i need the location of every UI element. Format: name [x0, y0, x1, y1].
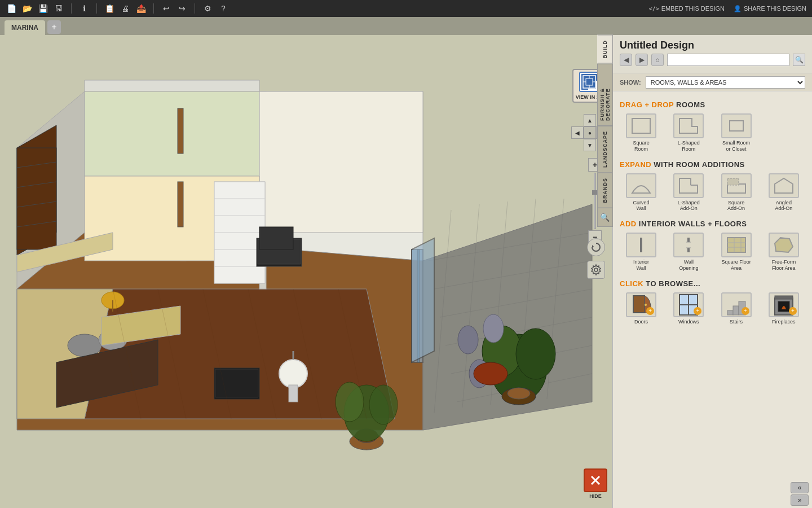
browse-grid: + Doors + — [620, 292, 805, 325]
drag-drop-rooms-grid: SquareRoom L-ShapedRoom — [620, 113, 805, 152]
vtab-search[interactable]: 🔍 — [597, 208, 613, 227]
toolbar: 📄 📂 💾 🖫 ℹ 📋 🖨 📤 ↩ ↪ ⚙ ? </> EMBED THIS D… — [0, 0, 812, 17]
curved-wall-item[interactable]: CurvedWall — [620, 173, 663, 212]
svg-rect-88 — [632, 119, 650, 133]
export-icon[interactable]: 📤 — [135, 3, 147, 14]
curved-wall-label: CurvedWall — [633, 200, 650, 212]
wall-opening-item[interactable]: WallOpening — [667, 233, 710, 271]
svg-point-103 — [645, 304, 647, 306]
vtab-landscape[interactable]: LANDSCAPE — [597, 126, 613, 173]
main-area: VIEW IN 2D ▲ ◀ ● ▶ ▼ + − — [0, 35, 812, 508]
square-room-item[interactable]: SquareRoom — [620, 113, 663, 152]
sidebar-title: Untitled Design — [620, 40, 805, 51]
undo-icon[interactable]: ↩ — [161, 3, 172, 14]
tab-marina[interactable]: MARINA — [5, 20, 45, 35]
small-room-item[interactable]: Small Roomor Closet — [715, 113, 758, 152]
show-dropdown[interactable]: ROOMS, WALLS & AREAS — [646, 76, 805, 89]
stairs-browse-item[interactable]: + Stairs — [715, 292, 758, 325]
svg-point-67 — [474, 362, 508, 385]
stairs-icon: + — [721, 292, 752, 317]
room-additions-grid: CurvedWall L-ShapedAdd-On — [620, 173, 805, 212]
nav-left-button[interactable]: ◀ — [571, 126, 584, 139]
wall-opening-label: WallOpening — [679, 259, 698, 271]
freeform-floor-icon — [769, 233, 799, 257]
svg-point-64 — [458, 326, 478, 354]
svg-marker-26 — [412, 238, 434, 362]
l-shaped-room-item[interactable]: L-ShapedRoom — [667, 113, 710, 152]
vtab-build[interactable]: BUILD — [597, 35, 613, 64]
embed-button[interactable]: </> EMBED THIS DESIGN — [649, 5, 725, 12]
svg-point-61 — [516, 329, 555, 379]
l-shaped-room-label: L-ShapedRoom — [678, 140, 700, 152]
freeform-floor-label: Free-FormFloor Area — [772, 259, 796, 271]
square-addon-item[interactable]: SquareAdd-On — [715, 173, 758, 212]
nav-center-button[interactable]: ● — [584, 126, 596, 139]
curved-wall-icon — [626, 173, 656, 198]
square-addon-icon — [721, 173, 752, 198]
collapse-down-button[interactable]: » — [791, 494, 809, 506]
svg-rect-108 — [733, 306, 739, 315]
freeform-floor-item[interactable]: Free-FormFloor Area — [762, 233, 805, 271]
nav-home-button[interactable]: ⌂ — [651, 54, 664, 66]
canvas[interactable]: VIEW IN 2D ▲ ◀ ● ▶ ▼ + − — [0, 35, 612, 508]
show-row: SHOW: ROOMS, WALLS & AREAS — [613, 73, 812, 91]
sidebar-header: Untitled Design ◀ ▶ ⌂ 🔍 — [613, 35, 812, 73]
svg-rect-36 — [178, 108, 183, 154]
share-button[interactable]: 👤 SHARE THIS DESIGN — [734, 5, 806, 12]
square-floor-item[interactable]: Square FloorArea — [715, 233, 758, 271]
svg-rect-78 — [583, 76, 595, 88]
svg-rect-91 — [727, 178, 739, 185]
open-icon[interactable]: 📂 — [21, 3, 33, 14]
nav-down-button[interactable]: ▼ — [584, 139, 596, 151]
windows-browse-item[interactable]: + Windows — [667, 292, 710, 325]
print-icon[interactable]: 🖨 — [120, 3, 131, 14]
interior-wall-label: InteriorWall — [633, 259, 649, 271]
sidebar-navigation: ◀ ▶ ⌂ 🔍 — [620, 54, 805, 66]
svg-marker-21 — [85, 91, 259, 176]
nav-back-button[interactable]: ◀ — [620, 54, 632, 66]
angled-addon-item[interactable]: AngledAdd-On — [762, 173, 805, 212]
angled-addon-label: AngledAdd-On — [775, 200, 792, 212]
toolbar-right: </> EMBED THIS DESIGN 👤 SHARE THIS DESIG… — [649, 5, 806, 12]
sep1 — [71, 3, 72, 14]
sidebar-search-input[interactable] — [667, 54, 789, 66]
add-tab-button[interactable]: + — [47, 20, 61, 34]
embed-code-icon: </> — [649, 6, 659, 12]
nav-forward-button[interactable]: ▶ — [636, 54, 648, 66]
l-shaped-addon-label: L-ShapedAdd-On — [678, 200, 700, 212]
settings-icon[interactable]: ⚙ — [202, 3, 213, 14]
l-shaped-addon-item[interactable]: L-ShapedAdd-On — [667, 173, 710, 212]
vtab-furnish[interactable]: FURNISH & DECORATE — [597, 64, 613, 126]
save-as-icon[interactable]: 🖫 — [53, 3, 64, 14]
new-file-icon[interactable]: 📄 — [6, 3, 17, 14]
save-icon[interactable]: 💾 — [37, 3, 48, 14]
fireplaces-label: Fireplaces — [772, 319, 796, 325]
sidebar-content: DRAG + DROP ROOMS SquareRoom — [613, 91, 812, 508]
svg-rect-70 — [215, 369, 258, 397]
info-icon[interactable]: ℹ — [78, 3, 90, 14]
svg-marker-22 — [259, 91, 423, 233]
windows-icon: + — [673, 292, 704, 317]
redo-icon[interactable]: ↪ — [176, 3, 188, 14]
stairs-label: Stairs — [730, 319, 743, 325]
square-room-icon — [626, 113, 656, 138]
l-shaped-room-icon — [673, 113, 704, 138]
share-icon: 👤 — [734, 5, 742, 12]
interior-wall-icon — [626, 233, 656, 257]
svg-rect-37 — [178, 182, 183, 227]
search-go-button[interactable]: 🔍 — [793, 54, 805, 66]
fireplaces-browse-item[interactable]: + Fireplaces — [762, 292, 805, 325]
doors-browse-item[interactable]: + Doors — [620, 292, 663, 325]
help-icon[interactable]: ? — [218, 3, 229, 14]
svg-point-65 — [483, 314, 504, 343]
nav-up-button[interactable]: ▲ — [584, 114, 596, 126]
wall-opening-icon — [673, 233, 704, 257]
doors-icon: + — [626, 292, 656, 317]
zoom-slider[interactable] — [594, 173, 596, 229]
collapse-up-button[interactable]: « — [791, 482, 809, 493]
interior-wall-item[interactable]: InteriorWall — [620, 233, 663, 271]
vtab-brands[interactable]: BRANDS — [597, 173, 613, 208]
pages-icon[interactable]: 📋 — [104, 3, 115, 14]
expand-section-title: EXPAND WITH ROOM ADDITIONS — [620, 160, 805, 169]
show-label: SHOW: — [620, 79, 641, 86]
